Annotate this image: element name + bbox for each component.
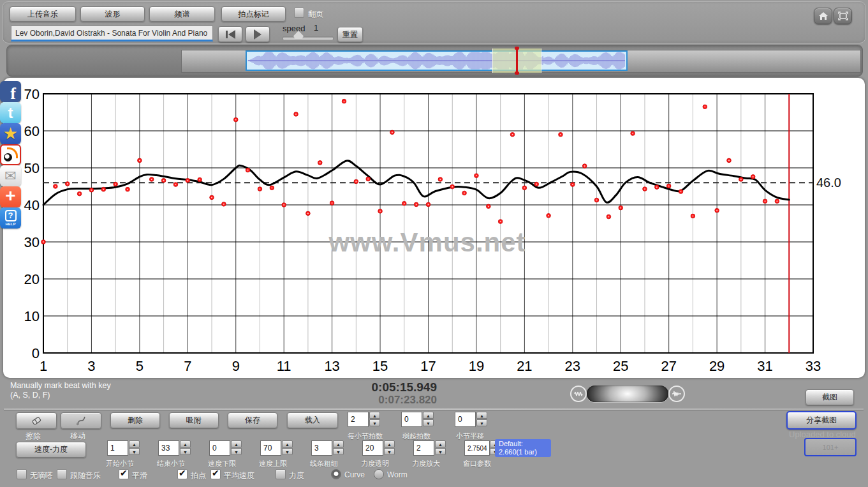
spinner-down-icon[interactable]: ▼ (333, 448, 344, 455)
tab-upload-music[interactable]: 上传音乐 (10, 6, 76, 22)
start-bar-label: 开始小节 (106, 459, 134, 468)
window-param-label: 窗口参数 (463, 459, 491, 468)
share-screenshot-button[interactable]: 分享截图 (786, 411, 857, 430)
screenshot-button[interactable]: 截图 (805, 389, 854, 405)
spinner-down-icon[interactable]: ▼ (423, 419, 434, 426)
track-title-input[interactable] (11, 26, 213, 41)
tempo-dynamics-button[interactable]: 速度-力度 (16, 442, 86, 458)
load-button[interactable]: 载入 (287, 412, 338, 428)
speed-label: speed (283, 24, 305, 33)
waveform-playhead[interactable] (516, 47, 518, 75)
qzone-star-icon: ★ (3, 124, 18, 144)
spinner-down-icon[interactable]: ▼ (231, 448, 242, 455)
svg-text:11: 11 (277, 358, 291, 374)
tempo-chart-panel: www.Vmus.net46.0010203040506070135791113… (3, 78, 865, 378)
beat-points-checkbox[interactable] (177, 469, 188, 479)
curve-radio[interactable] (331, 469, 341, 479)
spinner-up-icon[interactable]: ▲ (476, 412, 487, 419)
home-button[interactable] (814, 8, 832, 24)
svg-text:29: 29 (709, 358, 725, 374)
svg-text:21: 21 (517, 358, 532, 374)
no-tick-checkbox[interactable] (17, 469, 27, 479)
tab-spectrum[interactable]: 频谱 (149, 6, 215, 22)
spinner-down-icon[interactable]: ▼ (476, 419, 487, 426)
fullscreen-icon (838, 11, 848, 20)
pickup-beats-label: 弱起拍数 (402, 431, 430, 441)
dynamics-checkbox[interactable] (276, 469, 286, 479)
svg-text:40: 40 (24, 197, 40, 213)
end-bar-label: 结束小节 (157, 459, 185, 468)
average-tempo-checkbox[interactable] (210, 469, 221, 479)
volume-min-button[interactable] (570, 386, 587, 402)
spinner-down-icon[interactable]: ▼ (369, 419, 380, 426)
spinner-up-icon[interactable]: ▲ (180, 440, 191, 447)
worm-radio[interactable] (374, 469, 384, 479)
follow-music-checkbox[interactable] (57, 469, 67, 479)
waveform-selection-region[interactable] (246, 50, 628, 71)
spinner-up-icon[interactable]: ▲ (282, 440, 293, 447)
weibo-share-button[interactable] (0, 144, 21, 165)
volume-max-button[interactable] (668, 386, 685, 402)
help-button[interactable]: ? HELP (0, 207, 21, 229)
fullscreen-button[interactable] (834, 8, 852, 24)
email-share-button[interactable]: ✉ (0, 165, 21, 186)
page-turn-checkbox[interactable] (294, 8, 304, 18)
move-tool-button[interactable] (61, 412, 101, 429)
spinner-up-icon[interactable]: ▲ (384, 440, 395, 447)
smooth-checkbox[interactable] (119, 469, 129, 479)
plus-icon: + (5, 186, 15, 206)
beats-per-bar-label: 每小节拍数 (348, 431, 383, 441)
svg-text:3: 3 (87, 358, 95, 374)
tempo-max-label: 速度上限 (259, 459, 287, 468)
waveform-strip[interactable] (181, 50, 861, 73)
svg-text:27: 27 (661, 358, 676, 374)
tab-beat-marking[interactable]: 拍点标记 (221, 6, 286, 22)
save-button[interactable]: 保存 (228, 412, 277, 428)
svg-text:31: 31 (757, 358, 772, 374)
spinner-up-icon[interactable]: ▲ (129, 440, 140, 447)
play-icon (254, 29, 261, 40)
dynamics-opacity-label: 力度透明 (361, 459, 389, 468)
svg-text:17: 17 (420, 358, 436, 374)
volume-slider[interactable] (587, 386, 668, 402)
eraser-icon (30, 416, 43, 426)
svg-text:7: 7 (184, 358, 191, 374)
svg-text:1: 1 (40, 358, 47, 374)
svg-text:19: 19 (469, 358, 484, 374)
email-icon: ✉ (4, 168, 16, 184)
rewind-button[interactable] (218, 26, 242, 42)
more-share-button[interactable]: + (0, 186, 21, 207)
twitter-share-button[interactable]: t (0, 102, 21, 123)
speed-slider-track[interactable] (283, 36, 334, 40)
svg-text:33: 33 (805, 358, 821, 374)
svg-text:15: 15 (372, 358, 388, 374)
spinner-down-icon[interactable]: ▼ (384, 448, 395, 455)
smooth-label: 平滑 (132, 470, 147, 481)
play-button[interactable] (246, 26, 270, 42)
svg-text:30: 30 (24, 234, 40, 250)
delete-button[interactable]: 删除 (110, 412, 160, 428)
speed-value: 1 (314, 23, 318, 33)
svg-text:10: 10 (24, 308, 40, 324)
spinner-up-icon[interactable]: ▲ (231, 440, 242, 447)
spinner-up-icon[interactable]: ▲ (423, 412, 434, 419)
no-tick-label: 无嘀嗒 (30, 470, 53, 481)
spinner-up-icon[interactable]: ▲ (333, 440, 344, 447)
tab-waveform[interactable]: 波形 (80, 6, 145, 22)
erase-tool-button[interactable] (16, 412, 57, 429)
spinner-down-icon[interactable]: ▼ (282, 448, 293, 455)
tempo-chart[interactable]: www.Vmus.net46.0010203040506070135791113… (3, 78, 865, 378)
spinner-down-icon[interactable]: ▼ (180, 448, 191, 455)
spinner-down-icon[interactable]: ▼ (129, 448, 140, 455)
reset-button[interactable]: 重置 (337, 27, 363, 42)
worm-radio-label: Worm (387, 470, 408, 479)
spinner-up-icon[interactable]: ▲ (435, 440, 446, 447)
qzone-share-button[interactable]: ★ (0, 123, 21, 144)
spinner-up-icon[interactable]: ▲ (369, 412, 380, 419)
facebook-share-button[interactable]: f (0, 81, 21, 102)
cloud-link-button-disabled[interactable]: 101+ (804, 438, 857, 456)
default-window-param-note: Default: 2.660(1 bar) (495, 439, 551, 457)
beat-points-label: 拍点 (191, 470, 206, 481)
snap-button[interactable]: 吸附 (169, 412, 219, 428)
spinner-down-icon[interactable]: ▼ (435, 448, 446, 455)
